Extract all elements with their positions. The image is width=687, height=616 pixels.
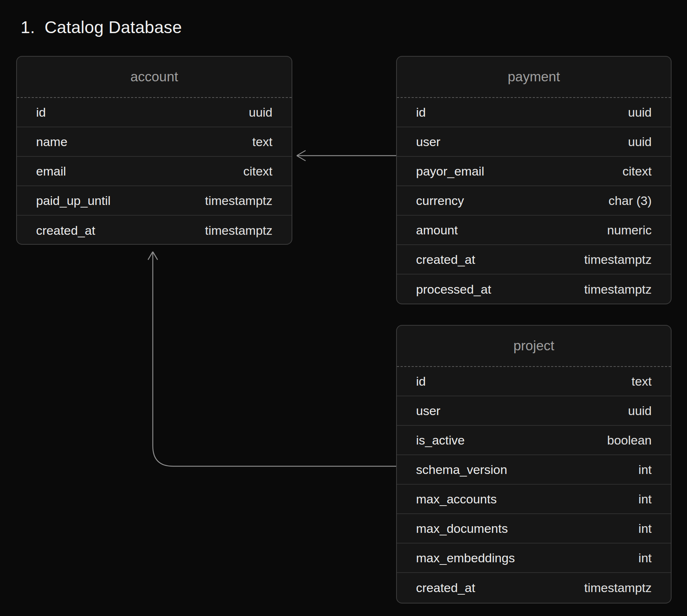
column-row: iduuid bbox=[397, 98, 671, 127]
column-type: uuid bbox=[628, 105, 652, 120]
column-name: paid_up_until bbox=[36, 194, 110, 208]
column-name: schema_version bbox=[416, 463, 507, 477]
column-type: text bbox=[631, 374, 652, 389]
column-row: created_attimestamptz bbox=[17, 216, 292, 245]
column-name: id bbox=[416, 374, 426, 389]
column-name: max_embeddings bbox=[416, 551, 515, 565]
column-name: created_at bbox=[36, 223, 95, 238]
column-row: payor_emailcitext bbox=[397, 157, 671, 186]
column-name: user bbox=[416, 404, 440, 418]
column-row: currencychar (3) bbox=[397, 186, 671, 216]
up-arrowhead-icon bbox=[148, 252, 158, 260]
column-row: idtext bbox=[397, 367, 671, 396]
column-type: int bbox=[638, 521, 652, 536]
left-arrowhead-icon bbox=[297, 151, 306, 161]
column-type: int bbox=[638, 551, 652, 565]
column-row: paid_up_untiltimestamptz bbox=[17, 186, 292, 216]
column-name: max_documents bbox=[416, 521, 508, 536]
column-type: timestamptz bbox=[584, 282, 652, 297]
diagram-canvas: 1. Catalog Database account iduuidnamete… bbox=[0, 0, 687, 616]
column-name: created_at bbox=[416, 581, 475, 595]
column-row: schema_versionint bbox=[397, 455, 671, 485]
column-type: timestamptz bbox=[205, 194, 272, 208]
column-name: id bbox=[36, 105, 46, 120]
column-name: is_active bbox=[416, 433, 465, 447]
column-row: max_embeddingsint bbox=[397, 544, 671, 573]
column-type: timestamptz bbox=[205, 223, 272, 238]
column-type: int bbox=[638, 463, 652, 477]
table-name: payment bbox=[397, 57, 671, 98]
table-account[interactable]: account iduuidnametextemailcitextpaid_up… bbox=[16, 56, 292, 245]
column-type: uuid bbox=[628, 135, 652, 149]
table-payment[interactable]: payment iduuiduseruuidpayor_emailcitextc… bbox=[396, 56, 672, 304]
column-name: id bbox=[416, 105, 426, 120]
column-name: max_accounts bbox=[416, 492, 497, 506]
column-name: email bbox=[36, 164, 66, 178]
table-payment-rows: iduuiduseruuidpayor_emailcitextcurrencyc… bbox=[397, 98, 671, 304]
column-name: user bbox=[416, 135, 440, 149]
column-type: int bbox=[638, 492, 652, 506]
project-to-account-connector bbox=[153, 252, 396, 466]
column-name: currency bbox=[416, 194, 464, 208]
table-project[interactable]: project idtextuseruuidis_activebooleansc… bbox=[396, 325, 672, 603]
column-name: amount bbox=[416, 223, 458, 237]
column-row: iduuid bbox=[17, 98, 292, 127]
column-type: boolean bbox=[607, 433, 652, 447]
column-row: is_activeboolean bbox=[397, 426, 671, 455]
page-title: 1. Catalog Database bbox=[21, 18, 182, 36]
page-title-text: Catalog Database bbox=[45, 18, 182, 36]
column-row: max_documentsint bbox=[397, 514, 671, 544]
column-name: created_at bbox=[416, 252, 475, 267]
column-row: useruuid bbox=[397, 396, 671, 426]
column-type: uuid bbox=[628, 404, 652, 418]
column-type: timestamptz bbox=[584, 252, 652, 267]
table-name: project bbox=[397, 326, 671, 367]
table-project-rows: idtextuseruuidis_activebooleanschema_ver… bbox=[397, 367, 671, 602]
column-type: char (3) bbox=[609, 194, 652, 208]
column-type: citext bbox=[243, 164, 272, 178]
column-row: processed_attimestamptz bbox=[397, 275, 671, 304]
column-row: useruuid bbox=[397, 127, 671, 157]
column-name: name bbox=[36, 135, 67, 149]
column-row: created_attimestamptz bbox=[397, 245, 671, 275]
table-account-rows: iduuidnametextemailcitextpaid_up_untilti… bbox=[17, 98, 292, 245]
column-name: processed_at bbox=[416, 282, 491, 297]
column-row: amountnumeric bbox=[397, 216, 671, 245]
column-row: nametext bbox=[17, 127, 292, 157]
column-type: timestamptz bbox=[584, 581, 652, 595]
column-type: text bbox=[252, 135, 272, 149]
page-title-number: 1. bbox=[21, 18, 35, 36]
column-name: payor_email bbox=[416, 164, 484, 178]
column-type: citext bbox=[623, 164, 652, 178]
column-type: uuid bbox=[249, 105, 272, 120]
table-name: account bbox=[17, 57, 292, 98]
column-row: max_accountsint bbox=[397, 485, 671, 514]
column-type: numeric bbox=[607, 223, 652, 237]
column-row: emailcitext bbox=[17, 157, 292, 186]
column-row: created_attimestamptz bbox=[397, 573, 671, 602]
